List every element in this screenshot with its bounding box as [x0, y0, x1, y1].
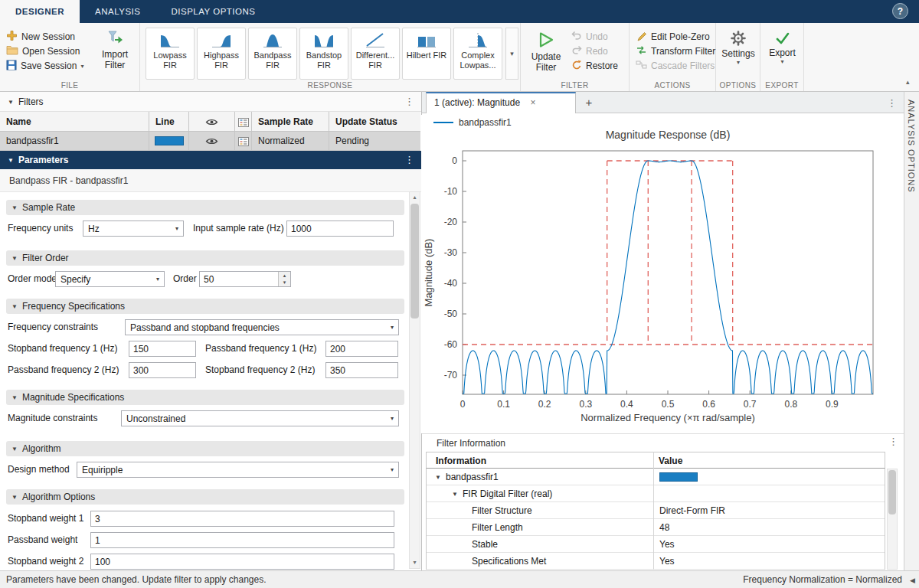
settings-button[interactable]: Settings ▾ [718, 26, 758, 87]
scroll-up-icon[interactable]: ▴ [410, 194, 420, 201]
passband-frequency-1-field[interactable] [325, 341, 398, 357]
differentiator-fir-button[interactable]: Different... FIR [351, 28, 400, 80]
order-mode-dropdown[interactable]: Specify▾ [55, 271, 165, 287]
cascade-filters-button[interactable]: Cascade Filters [636, 59, 715, 73]
expander-icon[interactable]: ▼ [452, 491, 458, 498]
chevron-down-icon: ▾ [156, 276, 159, 283]
section-algorithm-options[interactable]: ▼Algorithm Options [6, 489, 404, 505]
transform-filter-button[interactable]: Transform Filter [636, 44, 715, 58]
design-method-dropdown[interactable]: Equiripple▾ [77, 462, 399, 478]
input-sample-rate-field[interactable] [286, 220, 394, 237]
parameters-collapse-icon[interactable]: ▼ [8, 157, 14, 164]
lowpass-fir-button[interactable]: Lowpass FIR [146, 28, 195, 80]
stopband-weight-2-field[interactable] [90, 554, 394, 570]
ribbon-collapse-icon[interactable]: ▴ [906, 78, 910, 86]
tab-analysis[interactable]: ANALYSIS [80, 0, 155, 23]
ribbon-section-filter: Update Filter Undo Redo Restore FILTER [521, 23, 630, 91]
analysis-tab-active[interactable]: 1 (active): Magnitude × [426, 92, 576, 113]
magnitude-response-chart[interactable]: 00.10.20.30.40.50.60.70.80.90-10-20-30-4… [421, 115, 904, 433]
filter-information-overflow-icon[interactable]: ⋮ [888, 436, 898, 447]
svg-text:Magnitude Response (dB): Magnitude Response (dB) [606, 129, 731, 141]
filter-info-row[interactable]: Specifications Met Yes [426, 553, 885, 570]
tab-display-options[interactable]: DISPLAY OPTIONS [155, 0, 270, 23]
undo-button[interactable]: Undo [571, 30, 608, 44]
value-color-swatch[interactable] [659, 472, 698, 482]
bandpass-fir-button[interactable]: Bandpass FIR [248, 28, 297, 80]
filter-row-update-status[interactable]: Pending [329, 132, 420, 151]
response-gallery-expand-button[interactable]: ▾ [505, 28, 518, 80]
filter-info-row[interactable]: Filter Length 48 [426, 519, 885, 536]
filter-info-row[interactable]: Filter Structure Direct-Form FIR [426, 502, 885, 519]
filters-collapse-icon[interactable]: ▼ [8, 99, 14, 106]
bandstop-fir-button[interactable]: Bandstop FIR [299, 28, 348, 80]
highpass-fir-button[interactable]: Highpass FIR [197, 28, 246, 80]
save-dropdown-icon[interactable]: ▾ [80, 63, 83, 70]
update-filter-button[interactable]: Update Filter [525, 26, 567, 87]
section-frequency-specifications[interactable]: ▼Frequency Specifications [6, 299, 404, 314]
eye-icon[interactable] [205, 136, 218, 146]
spinner-down-icon[interactable]: ▾ [279, 279, 290, 286]
filter-info-row[interactable]: ▼ bandpassfir1 [426, 469, 885, 485]
filters-overflow-icon[interactable]: ⋮ [404, 92, 414, 112]
restore-button[interactable]: Restore [571, 59, 618, 73]
section-sample-rate[interactable]: ▼Sample Rate [6, 200, 404, 215]
legend-line-sample [433, 122, 453, 123]
input-sample-rate-label: Input sample rate (Hz) [193, 220, 284, 237]
filter-info-scrollbar-thumb[interactable] [888, 470, 896, 514]
section-filter-order[interactable]: ▼Filter Order [6, 250, 404, 266]
filter-row-legend[interactable] [235, 132, 252, 151]
filter-row-visible[interactable] [189, 132, 235, 151]
parameters-scrollbar-thumb[interactable] [410, 204, 419, 318]
section-algorithm[interactable]: ▼Algorithm [6, 441, 404, 456]
ribbon: New Session Open Session Save Session ▾ … [0, 23, 919, 92]
scroll-down-icon[interactable]: ▾ [410, 559, 420, 566]
edit-pole-zero-button[interactable]: Edit Pole-Zero [636, 30, 710, 44]
frequency-units-dropdown[interactable]: Hz▾ [83, 220, 184, 237]
analysis-overflow-icon[interactable]: ⋮ [887, 97, 897, 109]
analysis-options-strip[interactable]: ANALYSIS OPTIONS [904, 92, 919, 570]
export-button[interactable]: Export ▾ [763, 26, 802, 87]
filter-row-line[interactable] [149, 132, 189, 151]
frequency-constraints-dropdown[interactable]: Passband and stopband frequencies▾ [125, 319, 399, 335]
passband-weight-field[interactable] [90, 532, 394, 548]
open-session-button[interactable]: Open Session [6, 44, 80, 58]
tab-designer[interactable]: DESIGNER [0, 0, 80, 23]
ribbon-section-options: Settings ▾ OPTIONS [716, 23, 760, 91]
magnitude-constraints-label: Magnitude constraints [8, 410, 97, 426]
filter-info-row[interactable]: ▼ FIR Digital Filter (real) [426, 485, 885, 502]
order-field[interactable] [199, 271, 291, 287]
export-section-label: EXPORT [760, 81, 803, 90]
settings-gear-icon [718, 31, 758, 48]
section-magnitude-specifications[interactable]: ▼Magnitude Specifications [6, 390, 404, 405]
stopband-frequency-1-field[interactable] [129, 341, 196, 357]
save-session-button[interactable]: Save Session ▾ [6, 59, 83, 73]
stopband-frequency-2-field[interactable] [325, 362, 398, 378]
import-filter-button[interactable]: Import Filter [93, 26, 136, 87]
parameters-overflow-icon[interactable]: ⋮ [404, 151, 414, 169]
svg-text:-40: -40 [444, 278, 458, 289]
expander-icon[interactable]: ▼ [435, 474, 441, 481]
hilbert-fir-button[interactable]: Hilbert FIR [402, 28, 451, 80]
collapse-left-icon[interactable]: ◀ [910, 572, 915, 588]
order-label: Order [173, 271, 197, 287]
filter-info-left-border [426, 469, 427, 570]
new-analysis-tab-button[interactable]: + [581, 94, 597, 111]
legend-icon[interactable] [238, 136, 249, 146]
filter-information-header: Filter Information [422, 433, 904, 452]
svg-text:0.6: 0.6 [702, 399, 715, 410]
line-color-swatch[interactable] [155, 136, 184, 145]
filter-info-row[interactable]: Stable Yes [426, 536, 885, 553]
complex-lowpass-fir-button[interactable]: Complex Lowpas... [453, 28, 502, 80]
design-method-label: Design method [8, 462, 70, 478]
help-button[interactable]: ? [892, 3, 908, 19]
settings-dropdown-icon: ▾ [718, 59, 758, 66]
stopband-weight-1-field[interactable] [90, 511, 394, 527]
passband-frequency-2-field[interactable] [129, 362, 196, 378]
filter-row-name[interactable]: bandpassfir1 [0, 132, 149, 151]
magnitude-constraints-dropdown[interactable]: Unconstrained▾ [121, 410, 399, 426]
tab-close-icon[interactable]: × [530, 97, 535, 108]
filter-row-sample-rate[interactable]: Normalized [252, 132, 329, 151]
spinner-up-icon[interactable]: ▴ [279, 272, 290, 279]
redo-button[interactable]: Redo [571, 44, 608, 58]
new-session-button[interactable]: New Session [6, 30, 75, 44]
